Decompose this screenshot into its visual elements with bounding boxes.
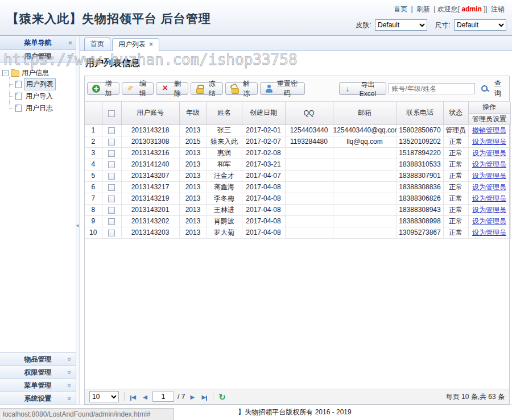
search-button[interactable]: 查询	[477, 78, 507, 99]
table-row[interactable]: 820131432012013王林进2017-04-0818388308943正…	[85, 204, 510, 215]
table-row[interactable]: 320131432162013惠润2017-02-0815187894220正常…	[85, 147, 510, 159]
cell-action[interactable]: 设为管理员	[468, 204, 510, 215]
tree-node-user-log[interactable]: 用户日志	[6, 102, 73, 114]
row-checkbox[interactable]	[108, 184, 115, 191]
row-checkbox[interactable]	[108, 139, 115, 145]
prev-page-icon[interactable]: ◀	[141, 394, 149, 400]
table-row[interactable]: 120131432182013张三2017-02-011254403440125…	[85, 124, 510, 136]
page-size-select[interactable]: 10	[89, 391, 119, 402]
admin-toggle-link[interactable]: 设为管理员	[472, 160, 506, 168]
col-account[interactable]: 用户账号	[121, 102, 179, 124]
export-excel-button[interactable]: 导出Excel	[339, 82, 387, 95]
cell-action[interactable]: 设为管理员	[468, 159, 510, 170]
cell-action[interactable]: 设为管理员	[468, 181, 510, 193]
freeze-button[interactable]: 冻结	[191, 82, 223, 95]
col-name[interactable]: 姓名	[207, 102, 242, 124]
tree-node-user-info[interactable]: − 用户信息	[2, 67, 73, 78]
cell-status: 正常	[443, 159, 468, 170]
size-select[interactable]: Default	[454, 19, 506, 31]
accordion-system-settings[interactable]: 系统设置 »	[0, 392, 76, 405]
row-checkbox[interactable]	[108, 230, 115, 236]
row-checkbox-cell[interactable]	[102, 193, 121, 204]
refresh-link[interactable]: 刷新	[416, 5, 430, 13]
tree-node-user-import[interactable]: 用户导入	[6, 90, 73, 102]
table-row[interactable]: 1020131432032013罗大菊2017-04-0813095273867…	[85, 227, 510, 238]
table-row[interactable]: 520131432072013汪金才2017-04-0718388307901正…	[85, 170, 510, 181]
row-checkbox[interactable]	[108, 173, 115, 180]
row-checkbox-cell[interactable]	[102, 170, 121, 181]
cell-action[interactable]: 设为管理员	[468, 170, 510, 181]
admin-toggle-link[interactable]: 撤销管理员	[472, 126, 506, 134]
col-status[interactable]: 状态	[443, 102, 468, 124]
col-email[interactable]: 邮箱	[333, 102, 397, 124]
accordion-item-management[interactable]: 物品管理 »	[0, 352, 76, 365]
cell-action[interactable]: 设为管理员	[468, 147, 510, 159]
admin-toggle-link[interactable]: 设为管理员	[472, 206, 506, 214]
sidebar-splitter[interactable]: ◀	[76, 36, 80, 405]
unfreeze-button[interactable]: 解冻	[225, 82, 258, 95]
row-checkbox-cell[interactable]	[102, 227, 121, 238]
collapse-node-icon[interactable]: −	[2, 70, 9, 76]
admin-toggle-link[interactable]: 设为管理员	[472, 228, 506, 236]
last-page-icon[interactable]: ▶	[200, 394, 208, 400]
row-checkbox[interactable]	[108, 150, 115, 157]
search-input[interactable]	[389, 83, 475, 94]
cell-action[interactable]: 设为管理员	[468, 227, 510, 238]
col-created[interactable]: 创建日期	[242, 102, 285, 124]
cell-action[interactable]: 撤销管理员	[468, 124, 510, 136]
admin-toggle-link[interactable]: 设为管理员	[472, 138, 506, 145]
refresh-icon[interactable]: ↻	[218, 393, 226, 401]
col-phone[interactable]: 联系电话	[397, 102, 443, 124]
tree-node-user-list[interactable]: 用户列表	[6, 78, 73, 90]
delete-button[interactable]: 删除	[156, 82, 188, 95]
select-all-checkbox[interactable]	[108, 110, 115, 117]
cell-action[interactable]: 设为管理员	[468, 136, 510, 147]
row-checkbox-cell[interactable]	[102, 147, 121, 159]
splitter-collapse-icon[interactable]: ◀	[76, 223, 79, 228]
reset-password-button[interactable]: 重置密码	[260, 82, 305, 95]
table-row[interactable]: 920131432022013肖爵波2017-04-0818388308998正…	[85, 215, 510, 227]
status-bar-url: localhost:8080/LostAndFound/admin/index.…	[0, 408, 174, 420]
tab-user-list[interactable]: 用户列表×	[112, 38, 159, 51]
first-page-icon[interactable]: ◀	[130, 394, 138, 400]
col-select-all[interactable]	[102, 102, 121, 124]
add-button[interactable]: 增加	[87, 82, 119, 95]
col-grade[interactable]: 年级	[179, 102, 207, 124]
admin-toggle-link[interactable]: 设为管理员	[472, 194, 506, 202]
row-checkbox-cell[interactable]	[102, 124, 121, 136]
table-row[interactable]: 220130313082015猿来入此2017-02-071193284480l…	[85, 136, 510, 147]
next-page-icon[interactable]: ▶	[188, 394, 196, 400]
row-checkbox-cell[interactable]	[102, 204, 121, 215]
row-checkbox[interactable]	[108, 196, 115, 202]
table-row[interactable]: 620131432172013蒋鑫海2017-04-0818388308836正…	[85, 181, 510, 193]
tab-home[interactable]: 首页	[84, 38, 110, 51]
row-checkbox-cell[interactable]	[102, 181, 121, 193]
row-checkbox[interactable]	[108, 207, 115, 214]
row-checkbox[interactable]	[108, 161, 115, 168]
row-checkbox[interactable]	[108, 127, 115, 134]
admin-toggle-link[interactable]: 设为管理员	[472, 183, 506, 191]
home-link[interactable]: 首页	[394, 5, 407, 13]
tab-close-icon[interactable]: ×	[149, 40, 153, 48]
accordion-permission-management[interactable]: 权限管理 »	[0, 365, 76, 379]
admin-toggle-link[interactable]: 设为管理员	[472, 149, 506, 157]
page-number-input[interactable]	[152, 392, 174, 402]
edit-button[interactable]: 编辑	[122, 82, 154, 95]
folder-icon	[11, 70, 19, 77]
row-checkbox-cell[interactable]	[102, 159, 121, 170]
table-row[interactable]: 720131432192013李冬梅2017-04-0818388306826正…	[85, 193, 510, 204]
cell-action[interactable]: 设为管理员	[468, 215, 510, 227]
accordion-menu-management[interactable]: 菜单管理 »	[0, 379, 76, 392]
admin-toggle-link[interactable]: 设为管理员	[472, 172, 506, 180]
row-checkbox[interactable]	[108, 218, 115, 225]
skin-select[interactable]: Default	[375, 19, 427, 31]
admin-toggle-link[interactable]: 设为管理员	[472, 217, 506, 225]
row-checkbox-cell[interactable]	[102, 215, 121, 227]
cell-action[interactable]: 设为管理员	[468, 193, 510, 204]
row-checkbox-cell[interactable]	[102, 136, 121, 147]
logout-link[interactable]: 注销	[491, 5, 505, 13]
col-qq[interactable]: QQ	[285, 102, 333, 124]
accordion-user-management[interactable]: 用户管理 »	[0, 50, 76, 63]
table-row[interactable]: 420131412402013和军2017-03-2118388310533正常…	[85, 159, 510, 170]
collapse-sidebar-icon[interactable]: «	[68, 36, 72, 49]
